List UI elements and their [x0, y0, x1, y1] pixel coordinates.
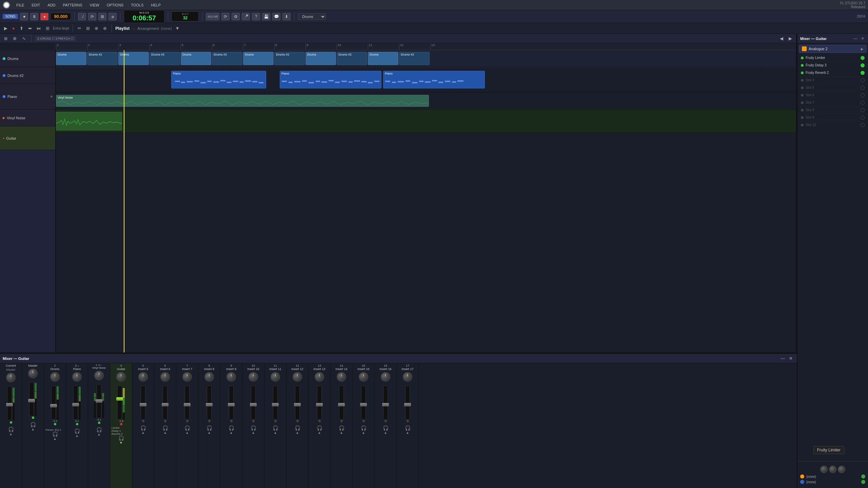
menu-patterns[interactable]: PATTERNS — [62, 2, 84, 8]
guitar-arrow-down[interactable]: ▼ — [119, 441, 123, 445]
pattern-drums-5[interactable]: Drums — [181, 52, 211, 65]
menu-add[interactable]: ADD — [46, 2, 57, 8]
instrument-expand-btn[interactable]: ▶ — [861, 47, 864, 51]
pattern-next-icon[interactable]: ⏭ — [35, 25, 42, 32]
insert-arrow-15[interactable]: ▲ — [362, 431, 365, 434]
insert-headphone-17[interactable]: 🎧 — [405, 425, 411, 431]
mixer-icon[interactable]: ⚙ — [232, 13, 240, 20]
insert-pan-knob-15[interactable] — [359, 372, 368, 382]
mixer-channel-insert-16[interactable]: 16 Insert 16 🎧 — [375, 363, 397, 488]
save-icon[interactable]: 💾 — [262, 13, 270, 20]
vinyl-arrow[interactable]: ▲ — [97, 432, 101, 436]
pattern-drums-1[interactable]: Drums — [56, 52, 86, 65]
insert-pan-knob-11[interactable] — [271, 372, 280, 382]
pattern-drums-12[interactable]: Drums #2 — [399, 52, 430, 65]
mixer-channel-insert-8[interactable]: 8 Insert 8 🎧 — [198, 363, 220, 488]
insert-arrow-5[interactable]: ▲ — [141, 431, 145, 434]
insert-fader-6[interactable] — [162, 403, 169, 406]
slot-2-enable-btn[interactable] — [861, 63, 865, 67]
fx-slot-8[interactable]: Slot 8 — [799, 106, 867, 114]
mixer-channel-piano[interactable]: 3 ♪ Piano — [66, 363, 88, 488]
slot-9-enable-btn[interactable] — [861, 116, 865, 120]
pattern-drums-10[interactable]: Drums #2 — [337, 52, 367, 65]
scale-icon[interactable]: ⊗ — [102, 25, 108, 32]
pattern-drums-9[interactable]: Drums — [305, 52, 336, 65]
guitar-fader[interactable] — [116, 397, 123, 401]
mixer-channel-insert-17[interactable]: 17 Insert 17 🎧 — [397, 363, 419, 488]
mixer-channel-insert-5[interactable]: 5 Insert 5 🎧 — [132, 363, 154, 488]
mixer-channel-vinyl[interactable]: 3 +4 ↑ Vinyl Noise — [88, 363, 110, 488]
insert-arrow-11[interactable]: ▲ — [274, 431, 277, 434]
insert-pan-knob-5[interactable] — [138, 372, 148, 382]
insert-pan-knob-14[interactable] — [337, 372, 346, 382]
mixer-channel-insert-6[interactable]: 6 Insert 6 🎧 — [154, 363, 176, 488]
insert-headphone-15[interactable]: 🎧 — [361, 425, 367, 431]
stop-button[interactable]: ■ — [20, 13, 28, 20]
mixer-channel-insert-9[interactable]: 9 Insert 9 🎧 — [220, 363, 242, 488]
pause-button[interactable]: ⏸ — [30, 13, 38, 20]
slot-4-enable-btn[interactable] — [861, 78, 865, 82]
insert-headphone-11[interactable]: 🎧 — [273, 425, 278, 431]
insert-arrow-14[interactable]: ▲ — [340, 431, 343, 434]
grid-icon[interactable]: ⊞ — [44, 25, 51, 32]
insert-headphone-10[interactable]: 🎧 — [251, 425, 256, 431]
menu-help[interactable]: HELP — [150, 2, 162, 8]
insert-arrow-17[interactable]: ▲ — [406, 431, 409, 434]
scroll-left-icon[interactable]: ◀ — [778, 35, 785, 42]
current-pan-knob[interactable] — [6, 373, 16, 382]
drums-headphone[interactable]: 🎧 — [52, 431, 58, 437]
chat-icon[interactable]: 💬 — [272, 13, 280, 20]
guitar-pan-knob[interactable] — [116, 372, 126, 382]
current-headphone[interactable]: 🎧 — [8, 427, 14, 432]
insert-pan-knob-7[interactable] — [182, 372, 192, 382]
insert-pan-knob-17[interactable] — [403, 372, 412, 382]
slot-7-enable-btn[interactable] — [861, 101, 865, 105]
loop-icon[interactable]: ⟳ — [88, 13, 96, 20]
insert-fader-8[interactable] — [206, 403, 213, 406]
insert-pan-knob-13[interactable] — [315, 372, 324, 382]
output1-btn[interactable] — [861, 474, 865, 479]
record-button[interactable]: ● — [40, 13, 48, 20]
track-label-drums2[interactable]: Drums #2 — [0, 67, 55, 84]
mixer-channel-insert-14[interactable]: 14 Insert 14 🎧 — [331, 363, 353, 488]
guitar-headphone[interactable]: 🎧 — [118, 435, 124, 441]
vinyl-headphone[interactable]: 🎧 — [96, 427, 102, 432]
help-icon[interactable]: ? — [252, 13, 260, 20]
arrangement-chevron[interactable]: ▼ — [174, 25, 181, 32]
insert-headphone-5[interactable]: 🎧 — [140, 425, 146, 431]
drums-arrow[interactable]: ▲ — [53, 437, 57, 441]
pattern-drums-2[interactable]: Drums #2 — [87, 52, 118, 65]
pattern-piano-2[interactable]: Piano — [280, 71, 381, 88]
output2-btn[interactable] — [861, 480, 865, 484]
insert-arrow-6[interactable]: ▲ — [163, 431, 167, 434]
master-fader[interactable] — [28, 399, 35, 402]
insert-headphone-9[interactable]: 🎧 — [229, 425, 234, 431]
mixer-channel-master[interactable]: Master — [22, 363, 44, 488]
current-arrow[interactable]: ▲ — [9, 432, 13, 436]
vinyl-pan-knob[interactable] — [94, 371, 104, 380]
mixer-channel-insert-10[interactable]: 10 Insert 10 🎧 — [242, 363, 264, 488]
metronome-icon[interactable]: 𝅘𝅥𝅮 — [78, 13, 86, 20]
bpm-display[interactable]: 90.000 — [51, 13, 71, 20]
insert-fader-10[interactable] — [250, 403, 257, 406]
track-label-vinyl[interactable]: ▶ Vinyl Noise — [0, 109, 55, 126]
fx-slot-fruity-reverb[interactable]: Fruity Reverb 2 — [799, 69, 867, 77]
pattern-piano-3[interactable]: Piano — [383, 71, 485, 88]
insert-arrow-12[interactable]: ▲ — [296, 431, 299, 434]
insert-pan-knob-16[interactable] — [381, 372, 390, 382]
scroll-right-icon[interactable]: ▶ — [787, 35, 793, 42]
piano-pan-knob[interactable] — [72, 372, 82, 382]
insert-fader-16[interactable] — [382, 403, 389, 406]
insert-fader-13[interactable] — [316, 403, 323, 406]
fx-vol-knob-1[interactable] — [820, 466, 828, 473]
insert-fader-17[interactable] — [404, 403, 411, 406]
pattern-drums-8[interactable]: Drums #2 — [274, 52, 305, 65]
fx-vol-knob-3[interactable] — [838, 466, 845, 473]
insert-arrow-8[interactable]: ▲ — [208, 431, 211, 434]
slot-10-enable-btn[interactable] — [861, 123, 865, 127]
piano-fader[interactable] — [72, 403, 79, 406]
piano-headphone[interactable]: 🎧 — [74, 428, 80, 434]
tempo-tap-icon[interactable]: ⊞ — [98, 13, 106, 20]
master-arrow[interactable]: ▲ — [31, 427, 35, 431]
play-icon[interactable]: ▶ — [3, 25, 9, 32]
